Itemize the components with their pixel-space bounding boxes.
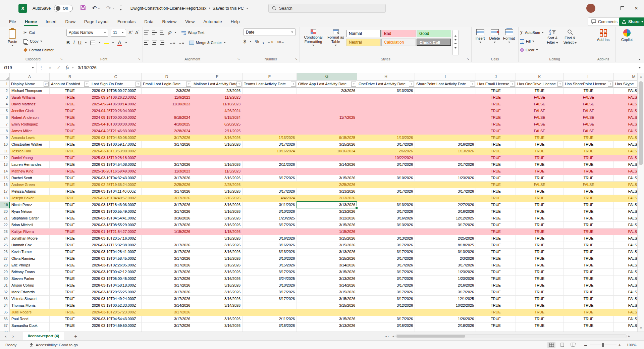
ribbon-tab-formulas[interactable]: Formulas [113, 16, 140, 27]
cell[interactable]: 2026-03-19T04:40:57.000Z [90, 195, 142, 202]
cell[interactable]: 3/17/2026 [142, 282, 192, 289]
ribbon-tab-insert[interactable]: Insert [41, 16, 61, 27]
cell[interactable] [415, 168, 476, 175]
copilot-button[interactable]: Copilot [617, 28, 637, 42]
cell[interactable]: TRUE [476, 155, 516, 161]
cell[interactable]: TRUE [50, 235, 90, 242]
cell[interactable]: TRUE [50, 269, 90, 276]
cell[interactable] [50, 329, 90, 332]
sheet-tab-license-report[interactable]: license-report (4) [23, 332, 64, 341]
cell[interactable] [415, 182, 476, 188]
cell[interactable]: 3/13/2026 [243, 249, 297, 255]
cell[interactable]: 2026-03-19T04:54:41.000Z [90, 215, 142, 222]
cell[interactable]: 3/16/2026 [192, 188, 243, 195]
header-cell-K1[interactable]: Has OneDrive License [516, 81, 564, 88]
cell[interactable]: 3/17/2026 [142, 141, 192, 148]
fill-color-button[interactable] [104, 40, 109, 46]
cell[interactable]: TRUE [50, 289, 90, 296]
header-cell-A1[interactable]: Display Name↓ [10, 81, 50, 88]
row-number[interactable]: 5 [0, 108, 10, 114]
cell[interactable]: 3/17/2026 [357, 289, 415, 296]
align-left-button[interactable] [144, 41, 149, 45]
cell[interactable]: 1/23/2026 [415, 276, 476, 282]
cell[interactable]: TRUE [516, 262, 564, 269]
ribbon-tab-draw[interactable]: Draw [61, 16, 80, 27]
cell[interactable]: 2024-09-18T00:00:00.000Z [90, 114, 142, 121]
cell[interactable]: 10/22/2024 [357, 155, 415, 161]
cell[interactable]: 3/17/2026 [142, 195, 192, 202]
cell[interactable]: FALSE [516, 121, 564, 128]
cell[interactable] [142, 155, 192, 161]
cell[interactable]: TRUE [50, 316, 90, 322]
cell[interactable]: FALSE [614, 168, 637, 175]
cell[interactable]: 3/17/2026 [243, 175, 297, 182]
cell[interactable]: 3/13/2026 [357, 88, 415, 94]
cell[interactable]: 3/17/2026 [243, 296, 297, 302]
cell[interactable]: 3/10/2026 [243, 208, 297, 215]
cell[interactable]: 3/16/2026 [192, 296, 243, 302]
minimize-button[interactable]: – [601, 0, 615, 16]
ribbon-tab-review[interactable]: Review [158, 16, 181, 27]
cell[interactable]: FALSE [614, 128, 637, 135]
cell[interactable]: FALSE [564, 128, 614, 135]
increase-decimal-button[interactable]: ←.0 [267, 40, 273, 44]
cell[interactable]: 3/13/2026 [357, 235, 415, 242]
cell[interactable]: 3/17/2026 [142, 188, 192, 195]
cell[interactable]: TRUE [564, 155, 614, 161]
cell[interactable]: TRUE [50, 155, 90, 161]
cell[interactable]: 3/11/2026 [243, 202, 297, 208]
cell[interactable]: FALSE [614, 101, 637, 108]
cell[interactable]: 9/18/2024 [142, 114, 192, 121]
cell[interactable]: TRUE [564, 202, 614, 208]
cell[interactable]: 2026-03-19T00:42:12.000Z [90, 269, 142, 276]
cell[interactable] [415, 108, 476, 114]
row-number[interactable]: 19 [0, 202, 10, 208]
cell[interactable]: 3/17/2026 [142, 249, 192, 255]
cell[interactable]: 4/26/2024 [192, 108, 243, 114]
cell[interactable]: TRUE [476, 309, 516, 316]
cell[interactable] [243, 155, 297, 161]
cell[interactable]: TRUE [516, 229, 564, 235]
cell[interactable]: 2024-04-25T20:26:04.000Z [90, 108, 142, 114]
column-header-G[interactable]: G [297, 73, 357, 81]
cell[interactable]: Amanda Lewis [10, 135, 50, 141]
row-number[interactable]: 11 [0, 148, 10, 155]
cell[interactable]: FALSE [564, 121, 614, 128]
cell[interactable]: TRUE [516, 255, 564, 262]
cell[interactable]: 2025-03-13T19:28:18.000Z [90, 155, 142, 161]
cell[interactable]: 3/17/2026 [142, 269, 192, 276]
cell[interactable]: 3/17/2026 [142, 276, 192, 282]
filter-button[interactable] [236, 82, 241, 87]
cell[interactable]: Victoria Stewart [10, 296, 50, 302]
cell[interactable]: Andrew Green [10, 182, 50, 188]
cell[interactable] [415, 88, 476, 94]
vertical-scroll-thumb[interactable] [639, 81, 643, 165]
cell[interactable]: 3/17/2026 [142, 262, 192, 269]
cell[interactable]: 3/15/2026 [297, 255, 357, 262]
cell[interactable]: Olivia Ramirez [10, 255, 50, 262]
row-number[interactable]: 16 [0, 182, 10, 188]
cell[interactable] [614, 329, 637, 332]
cell[interactable]: Christopher Walker [10, 141, 50, 148]
row-number[interactable]: 2 [0, 88, 10, 94]
cell[interactable]: Kevin Turner [10, 249, 50, 255]
cell[interactable]: FALSE [614, 161, 637, 168]
cell[interactable]: 3/14/2026 [297, 161, 357, 168]
row-number[interactable]: 35 [0, 309, 10, 316]
cell[interactable]: David Martinez [10, 101, 50, 108]
cell[interactable] [357, 309, 415, 316]
cell[interactable]: 1/23/2026 [415, 175, 476, 182]
cell[interactable]: 3/15/2026 [297, 222, 357, 229]
row-number[interactable]: 38 [0, 329, 10, 332]
cell[interactable]: TRUE [50, 309, 90, 316]
cell[interactable]: 3/16/2026 [192, 262, 243, 269]
cell[interactable]: 2026-03-19T04:54:08.000Z [90, 161, 142, 168]
cell[interactable]: TRUE [476, 322, 516, 329]
search-input[interactable]: Search [268, 4, 386, 13]
cell[interactable]: 1/15/2026 [297, 229, 357, 235]
format-cells-button[interactable]: Format [502, 28, 516, 43]
cell[interactable]: TRUE [476, 195, 516, 202]
cell[interactable]: 2026-03-18T08:55:29.000Z [90, 222, 142, 229]
cell[interactable] [297, 121, 357, 128]
cell[interactable]: 3/17/2026 [142, 289, 192, 296]
